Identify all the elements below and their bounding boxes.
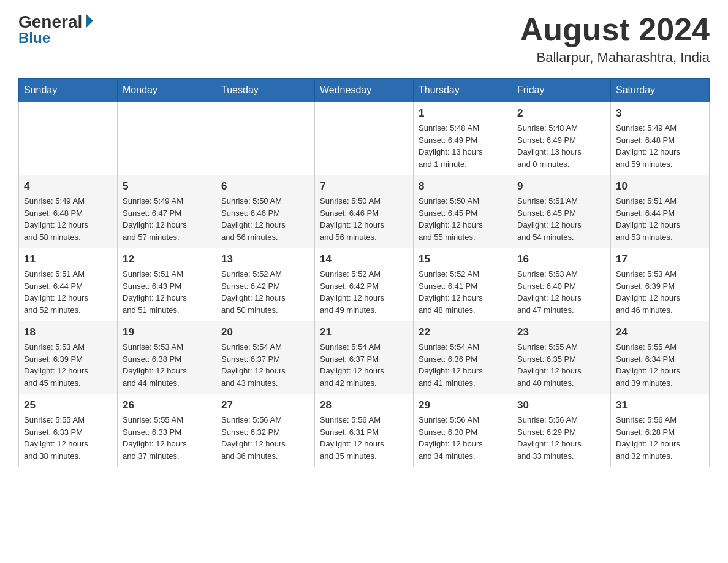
day-cell <box>19 102 118 175</box>
week-row-2: 4Sunrise: 5:49 AM Sunset: 6:48 PM Daylig… <box>19 175 710 248</box>
day-number: 7 <box>320 180 408 193</box>
header-cell-sunday: Sunday <box>19 79 118 102</box>
day-info: Sunrise: 5:56 AM Sunset: 6:32 PM Dayligh… <box>221 414 309 462</box>
day-info: Sunrise: 5:50 AM Sunset: 6:46 PM Dayligh… <box>221 195 309 243</box>
day-info: Sunrise: 5:54 AM Sunset: 6:37 PM Dayligh… <box>320 341 408 389</box>
day-cell: 22Sunrise: 5:54 AM Sunset: 6:36 PM Dayli… <box>414 321 512 394</box>
day-info: Sunrise: 5:48 AM Sunset: 6:49 PM Dayligh… <box>419 122 507 170</box>
header-cell-saturday: Saturday <box>611 79 710 102</box>
calendar-table: SundayMondayTuesdayWednesdayThursdayFrid… <box>18 78 710 467</box>
day-info: Sunrise: 5:55 AM Sunset: 6:33 PM Dayligh… <box>123 414 211 462</box>
day-info: Sunrise: 5:50 AM Sunset: 6:45 PM Dayligh… <box>419 195 507 243</box>
day-info: Sunrise: 5:49 AM Sunset: 6:48 PM Dayligh… <box>24 195 112 243</box>
day-info: Sunrise: 5:53 AM Sunset: 6:38 PM Dayligh… <box>123 341 211 389</box>
day-info: Sunrise: 5:53 AM Sunset: 6:39 PM Dayligh… <box>616 268 704 316</box>
day-cell <box>315 102 414 175</box>
day-cell: 12Sunrise: 5:51 AM Sunset: 6:43 PM Dayli… <box>118 248 216 321</box>
day-cell <box>216 102 315 175</box>
day-cell: 24Sunrise: 5:55 AM Sunset: 6:34 PM Dayli… <box>611 321 710 394</box>
day-cell: 1Sunrise: 5:48 AM Sunset: 6:49 PM Daylig… <box>414 102 512 175</box>
day-number: 9 <box>517 180 605 193</box>
day-cell: 30Sunrise: 5:56 AM Sunset: 6:29 PM Dayli… <box>512 394 611 467</box>
day-number: 2 <box>517 107 605 120</box>
day-number: 18 <box>24 326 112 339</box>
day-number: 5 <box>123 180 211 193</box>
day-cell: 10Sunrise: 5:51 AM Sunset: 6:44 PM Dayli… <box>611 175 710 248</box>
day-info: Sunrise: 5:49 AM Sunset: 6:48 PM Dayligh… <box>616 122 704 170</box>
day-info: Sunrise: 5:49 AM Sunset: 6:47 PM Dayligh… <box>123 195 211 243</box>
day-cell: 5Sunrise: 5:49 AM Sunset: 6:47 PM Daylig… <box>118 175 216 248</box>
day-cell: 9Sunrise: 5:51 AM Sunset: 6:45 PM Daylig… <box>512 175 611 248</box>
day-info: Sunrise: 5:51 AM Sunset: 6:43 PM Dayligh… <box>123 268 211 316</box>
day-info: Sunrise: 5:51 AM Sunset: 6:44 PM Dayligh… <box>24 268 112 316</box>
day-number: 29 <box>419 399 507 412</box>
day-cell: 26Sunrise: 5:55 AM Sunset: 6:33 PM Dayli… <box>118 394 216 467</box>
day-number: 26 <box>123 399 211 412</box>
header-cell-friday: Friday <box>512 79 611 102</box>
day-number: 25 <box>24 399 112 412</box>
day-number: 22 <box>419 326 507 339</box>
day-number: 11 <box>24 253 112 266</box>
logo-arrow-icon <box>86 13 93 28</box>
week-row-3: 11Sunrise: 5:51 AM Sunset: 6:44 PM Dayli… <box>19 248 710 321</box>
day-info: Sunrise: 5:55 AM Sunset: 6:33 PM Dayligh… <box>24 414 112 462</box>
day-info: Sunrise: 5:52 AM Sunset: 6:41 PM Dayligh… <box>419 268 507 316</box>
day-cell: 7Sunrise: 5:50 AM Sunset: 6:46 PM Daylig… <box>315 175 414 248</box>
day-cell: 13Sunrise: 5:52 AM Sunset: 6:42 PM Dayli… <box>216 248 315 321</box>
day-number: 28 <box>320 399 408 412</box>
day-cell <box>118 102 216 175</box>
day-cell: 31Sunrise: 5:56 AM Sunset: 6:28 PM Dayli… <box>611 394 710 467</box>
day-number: 19 <box>123 326 211 339</box>
day-cell: 19Sunrise: 5:53 AM Sunset: 6:38 PM Dayli… <box>118 321 216 394</box>
week-row-4: 18Sunrise: 5:53 AM Sunset: 6:39 PM Dayli… <box>19 321 710 394</box>
day-info: Sunrise: 5:54 AM Sunset: 6:37 PM Dayligh… <box>221 341 309 389</box>
day-cell: 25Sunrise: 5:55 AM Sunset: 6:33 PM Dayli… <box>19 394 118 467</box>
day-info: Sunrise: 5:52 AM Sunset: 6:42 PM Dayligh… <box>320 268 408 316</box>
day-number: 3 <box>616 107 704 120</box>
day-cell: 29Sunrise: 5:56 AM Sunset: 6:30 PM Dayli… <box>414 394 512 467</box>
day-cell: 27Sunrise: 5:56 AM Sunset: 6:32 PM Dayli… <box>216 394 315 467</box>
day-cell: 28Sunrise: 5:56 AM Sunset: 6:31 PM Dayli… <box>315 394 414 467</box>
day-cell: 18Sunrise: 5:53 AM Sunset: 6:39 PM Dayli… <box>19 321 118 394</box>
day-cell: 21Sunrise: 5:54 AM Sunset: 6:37 PM Dayli… <box>315 321 414 394</box>
day-info: Sunrise: 5:56 AM Sunset: 6:31 PM Dayligh… <box>320 414 408 462</box>
day-info: Sunrise: 5:52 AM Sunset: 6:42 PM Dayligh… <box>221 268 309 316</box>
day-number: 27 <box>221 399 309 412</box>
day-number: 13 <box>221 253 309 266</box>
day-number: 30 <box>517 399 605 412</box>
day-info: Sunrise: 5:56 AM Sunset: 6:29 PM Dayligh… <box>517 414 605 462</box>
day-number: 12 <box>123 253 211 266</box>
day-number: 8 <box>419 180 507 193</box>
day-cell: 8Sunrise: 5:50 AM Sunset: 6:45 PM Daylig… <box>414 175 512 248</box>
day-info: Sunrise: 5:55 AM Sunset: 6:34 PM Dayligh… <box>616 341 704 389</box>
day-cell: 14Sunrise: 5:52 AM Sunset: 6:42 PM Dayli… <box>315 248 414 321</box>
month-title: August 2024 <box>520 12 710 47</box>
day-number: 10 <box>616 180 704 193</box>
day-number: 6 <box>221 180 309 193</box>
day-number: 16 <box>517 253 605 266</box>
day-cell: 4Sunrise: 5:49 AM Sunset: 6:48 PM Daylig… <box>19 175 118 248</box>
day-cell: 16Sunrise: 5:53 AM Sunset: 6:40 PM Dayli… <box>512 248 611 321</box>
day-number: 21 <box>320 326 408 339</box>
logo: General Blue <box>18 12 93 47</box>
day-cell: 6Sunrise: 5:50 AM Sunset: 6:46 PM Daylig… <box>216 175 315 248</box>
week-row-1: 1Sunrise: 5:48 AM Sunset: 6:49 PM Daylig… <box>19 102 710 175</box>
day-info: Sunrise: 5:56 AM Sunset: 6:30 PM Dayligh… <box>419 414 507 462</box>
location-title: Ballarpur, Maharashtra, India <box>520 50 710 66</box>
day-info: Sunrise: 5:53 AM Sunset: 6:39 PM Dayligh… <box>24 341 112 389</box>
day-number: 15 <box>419 253 507 266</box>
day-info: Sunrise: 5:51 AM Sunset: 6:45 PM Dayligh… <box>517 195 605 243</box>
day-cell: 15Sunrise: 5:52 AM Sunset: 6:41 PM Dayli… <box>414 248 512 321</box>
header-cell-tuesday: Tuesday <box>216 79 315 102</box>
logo-blue-text: Blue <box>18 29 50 47</box>
day-info: Sunrise: 5:51 AM Sunset: 6:44 PM Dayligh… <box>616 195 704 243</box>
day-number: 20 <box>221 326 309 339</box>
title-section: August 2024 Ballarpur, Maharashtra, Indi… <box>520 12 710 66</box>
day-cell: 23Sunrise: 5:55 AM Sunset: 6:35 PM Dayli… <box>512 321 611 394</box>
day-info: Sunrise: 5:50 AM Sunset: 6:46 PM Dayligh… <box>320 195 408 243</box>
day-info: Sunrise: 5:48 AM Sunset: 6:49 PM Dayligh… <box>517 122 605 170</box>
day-number: 31 <box>616 399 704 412</box>
day-number: 1 <box>419 107 507 120</box>
day-cell: 17Sunrise: 5:53 AM Sunset: 6:39 PM Dayli… <box>611 248 710 321</box>
day-number: 4 <box>24 180 112 193</box>
